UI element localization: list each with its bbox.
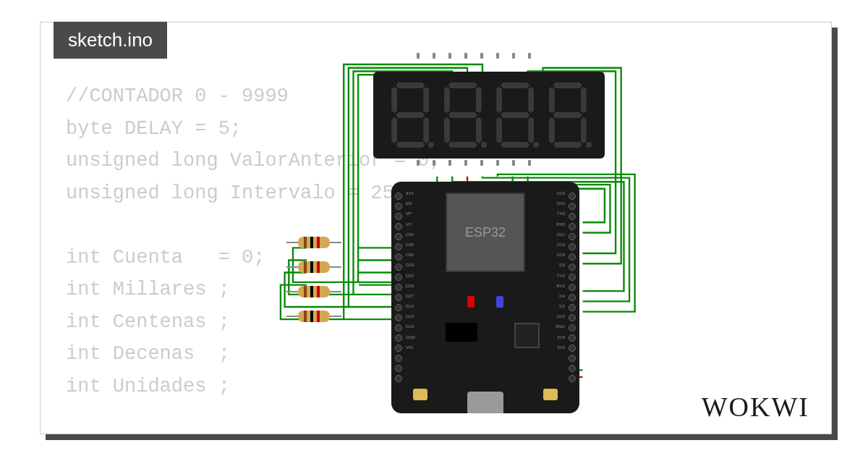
wokwi-logo: WOKWI	[702, 391, 809, 423]
resistor-1[interactable]	[286, 236, 341, 249]
digit-1	[389, 83, 431, 148]
digit-4	[547, 83, 589, 148]
digit-3	[494, 83, 536, 148]
voltage-regulator	[446, 323, 477, 342]
preview-card: sketch.ino //CONTADOR 0 - 9999 byte DELA…	[40, 22, 832, 434]
pin-row-right	[569, 193, 576, 382]
display-pins-bottom	[417, 160, 531, 166]
circuit-diagram[interactable]: ESP32 3V3ENVPVOD34D35D32D33D25D26D27D14D…	[279, 59, 684, 421]
usb-serial-chip	[514, 323, 540, 348]
filename-tab[interactable]: sketch.ino	[54, 22, 167, 59]
pin-labels-right: D23D22TX0RX0D21D19D18D5TX2RX2D4D2D15GND3…	[556, 191, 565, 350]
usb-port-icon	[467, 392, 503, 413]
reset-button[interactable]	[413, 389, 427, 400]
boot-button[interactable]	[543, 389, 558, 400]
resistor-group	[286, 236, 341, 323]
resistor-3[interactable]	[286, 285, 341, 298]
status-led-icon	[496, 296, 503, 308]
display-pins-top	[417, 53, 531, 59]
pin-row-left	[395, 193, 402, 382]
pin-labels-left: 3V3ENVPVOD34D35D32D33D25D26D27D14D12D13G…	[406, 191, 415, 350]
esp32-board[interactable]: ESP32 3V3ENVPVOD34D35D32D33D25D26D27D14D…	[391, 182, 579, 413]
digit-2	[442, 83, 484, 148]
resistor-2[interactable]	[286, 261, 341, 274]
7-segment-display	[373, 72, 605, 159]
esp32-chip: ESP32	[446, 193, 525, 272]
resistor-4[interactable]	[286, 310, 341, 323]
power-led-icon	[467, 296, 475, 308]
